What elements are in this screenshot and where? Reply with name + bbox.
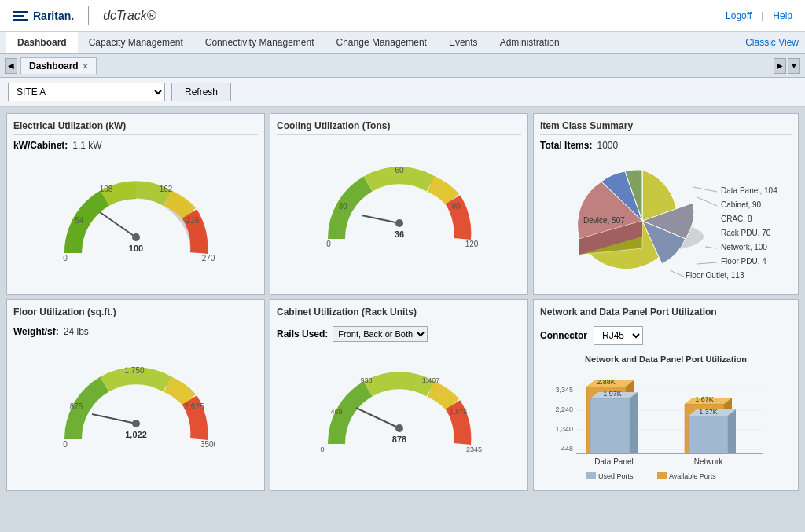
tab-label: Dashboard (29, 61, 79, 72)
item-class-widget: Item Class Summary Total Items: 1000 (533, 113, 799, 295)
svg-text:1.97K: 1.97K (603, 390, 622, 398)
classic-view-link[interactable]: Classic View (745, 37, 799, 48)
bar-chart-area: Network and Data Panel Port Utilization … (540, 351, 792, 484)
logo-line-3 (13, 19, 28, 21)
tab-bar-left: ◀ Dashboard × (5, 57, 97, 74)
app-header: Raritan. dcTrack® Logoff | Help (0, 0, 805, 32)
cabinet-rails-label: Rails Used: (277, 328, 328, 339)
header-sep: | (761, 10, 763, 21)
svg-text:162: 162 (159, 185, 172, 193)
svg-point-7 (132, 233, 140, 241)
svg-line-29 (697, 262, 717, 264)
item-class-total-label: Total Items: (540, 140, 592, 151)
svg-text:Floor Outlet, 113: Floor Outlet, 113 (686, 271, 744, 280)
svg-text:0: 0 (326, 240, 331, 248)
electrical-widget: Electrical Utilization (kW) kW/Cabinet: … (6, 113, 265, 295)
svg-text:875: 875 (69, 402, 83, 411)
svg-text:Available Ports: Available Ports (669, 472, 716, 479)
tab-next-btn[interactable]: ▶ (774, 58, 786, 74)
tab-bar-right: ▶ ▼ (774, 58, 800, 74)
svg-text:2,625: 2,625 (184, 402, 204, 411)
svg-text:0: 0 (63, 440, 68, 449)
svg-text:Network: Network (694, 457, 724, 466)
logo-line-1 (13, 11, 28, 13)
electrical-kw-row: kW/Cabinet: 1.1 kW (13, 140, 258, 151)
svg-text:Rack PDU, 70: Rack PDU, 70 (721, 229, 771, 237)
svg-rect-69 (689, 416, 728, 453)
svg-text:0: 0 (320, 446, 324, 453)
svg-text:CRAC, 8: CRAC, 8 (721, 215, 752, 223)
tab-down-btn[interactable]: ▼ (788, 58, 800, 74)
svg-text:0: 0 (63, 254, 68, 262)
connector-select[interactable]: RJ45 LC SC ST (594, 326, 643, 345)
site-select[interactable]: SITE A SITE B SITE C (8, 83, 165, 101)
svg-text:448: 448 (561, 445, 573, 453)
toolbar: SITE A SITE B SITE C Refresh (0, 78, 805, 107)
svg-line-30 (670, 270, 684, 277)
item-class-title: Item Class Summary (540, 120, 792, 135)
nav-connectivity[interactable]: Connectivity Management (194, 32, 325, 53)
nav-dashboard[interactable]: Dashboard (6, 32, 78, 53)
cooling-title: Cooling Utilization (Tons) (277, 120, 521, 135)
svg-text:Data Panel, 104: Data Panel, 104 (721, 186, 777, 195)
svg-text:36: 36 (394, 229, 403, 239)
logo-icon (13, 11, 28, 21)
nav-admin[interactable]: Administration (489, 32, 571, 53)
item-class-pie: Data Panel, 104 Cabinet, 90 CRAC, 8 Rack… (540, 154, 792, 288)
electrical-kw-value: 1.1 kW (72, 140, 101, 151)
dashboard-tab[interactable]: Dashboard × (20, 57, 97, 74)
header-links: Logoff | Help (726, 10, 792, 21)
svg-text:90: 90 (451, 202, 461, 211)
svg-text:2345: 2345 (465, 446, 481, 453)
svg-text:1,340: 1,340 (555, 425, 573, 433)
main-nav: Dashboard Capacity Management Connectivi… (0, 32, 805, 54)
connector-row: Connector RJ45 LC SC ST (540, 326, 792, 345)
svg-text:Network, 100: Network, 100 (721, 243, 767, 251)
svg-text:270: 270 (201, 254, 214, 262)
rails-select[interactable]: Front, Back or Both Front Only Back Only (333, 326, 428, 342)
svg-text:108: 108 (99, 185, 112, 193)
floor-gauge: 0 875 1,750 2,625 3500 1,022 (13, 340, 258, 460)
floor-title: Floor Utilization (sq.ft.) (13, 306, 258, 321)
floor-weight-row: Weight/sf: 24 lbs (13, 326, 258, 337)
svg-text:1.37K: 1.37K (699, 408, 718, 416)
floor-weight-label: Weight/sf: (13, 326, 59, 337)
bar-chart-title: Network and Data Panel Port Utilization (543, 354, 788, 364)
cabinet-rails-row: Rails Used: Front, Back or Both Front On… (277, 326, 521, 342)
item-class-total-value: 1000 (597, 140, 618, 151)
svg-text:Data Panel: Data Panel (594, 457, 633, 466)
tab-bar: ◀ Dashboard × ▶ ▼ (0, 54, 805, 78)
connector-label: Connector (540, 330, 587, 341)
nav-change[interactable]: Change Management (325, 32, 438, 53)
svg-point-15 (395, 219, 403, 227)
logo-divider (88, 6, 89, 25)
nav-events[interactable]: Events (438, 32, 489, 53)
svg-line-14 (362, 215, 399, 223)
svg-line-28 (705, 247, 717, 248)
svg-line-26 (693, 187, 717, 192)
floor-widget: Floor Utilization (sq.ft.) Weight/sf: 24… (6, 299, 265, 491)
svg-text:2.88K: 2.88K (597, 378, 616, 386)
tab-close-btn[interactable]: × (83, 62, 88, 71)
tab-prev-btn[interactable]: ◀ (5, 58, 17, 74)
svg-text:216: 216 (186, 216, 199, 225)
electrical-gauge: 0 54 108 162 216 270 100 (13, 154, 258, 273)
cabinet-title: Cabinet Utilization (Rack Units) (277, 306, 521, 321)
logoff-link[interactable]: Logoff (726, 10, 752, 21)
svg-text:120: 120 (465, 240, 477, 248)
floor-weight-value: 24 lbs (64, 326, 89, 337)
svg-text:100: 100 (128, 244, 142, 253)
network-title: Network and Data Panel Port Utilization (540, 306, 792, 321)
svg-text:54: 54 (75, 216, 84, 225)
svg-text:Used Ports: Used Ports (598, 472, 634, 479)
refresh-button[interactable]: Refresh (171, 83, 231, 101)
network-widget: Network and Data Panel Port Utilization … (533, 299, 799, 491)
svg-text:Device, 507: Device, 507 (583, 216, 625, 225)
svg-text:60: 60 (395, 166, 404, 174)
svg-line-6 (100, 212, 136, 237)
electrical-kw-label: kW/Cabinet: (13, 140, 68, 151)
help-link[interactable]: Help (773, 10, 792, 21)
svg-text:1,876: 1,876 (449, 408, 467, 416)
nav-capacity[interactable]: Capacity Management (78, 32, 194, 53)
svg-text:1,022: 1,022 (125, 430, 147, 439)
